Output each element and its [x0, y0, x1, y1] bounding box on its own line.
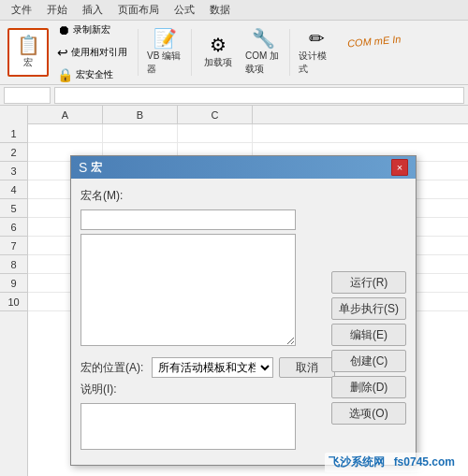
macro-name-input-row [80, 209, 406, 230]
create-button[interactable]: 创建(C) [331, 350, 406, 372]
row-header-3: 3 [0, 162, 27, 180]
macro-location-label: 宏的位置(A): [80, 360, 146, 376]
row-header-6: 6 [0, 218, 27, 237]
com-addins-button[interactable]: 🔧 COM 加载项 [242, 28, 284, 77]
row-header-10: 10 [0, 293, 27, 311]
dialog-title-bar: S 宏 × [71, 156, 416, 179]
tab-data[interactable]: 数据 [202, 1, 238, 19]
com-addins-icon: 🔧 [252, 29, 275, 48]
name-box[interactable] [4, 87, 51, 104]
cell-c1[interactable] [178, 124, 253, 142]
ribbon-tabs: 文件 开始 插入 页面布局 公式 数据 [0, 0, 468, 21]
run-button[interactable]: 运行(R) [331, 271, 406, 294]
row-header-5: 5 [0, 199, 27, 218]
step-into-button[interactable]: 单步执行(S) [331, 297, 406, 320]
macro-name-label: 宏名(M): [80, 188, 146, 204]
row-header-7: 7 [0, 237, 27, 255]
cancel-button[interactable]: 取消 [279, 357, 335, 378]
tab-insert[interactable]: 插入 [75, 1, 110, 19]
dialog-title-text: 宏 [91, 160, 391, 176]
edit-button[interactable]: 编辑(E) [331, 324, 406, 346]
addins-button[interactable]: ⚙ 加载项 [197, 28, 239, 77]
macro-security-label: 宏安全性 [76, 68, 113, 81]
record-macro-label: 录制新宏 [73, 23, 110, 36]
col-header-a: A [28, 106, 103, 123]
col-header-c: C [178, 106, 253, 123]
addins-label: 加载项 [204, 56, 232, 69]
macro-security-icon: 🔒 [57, 67, 73, 82]
row-header-9: 9 [0, 274, 27, 293]
row-header-8: 8 [0, 255, 27, 274]
macro-name-row: 宏名(M): [80, 188, 406, 204]
row-header-1: 1 [0, 124, 27, 143]
design-mode-label: 设计模式 [299, 50, 334, 76]
ribbon: 文件 开始 插入 页面布局 公式 数据 📋 宏 ⏺ 录制新宏 ↩ 使用相对引用 … [0, 0, 468, 85]
spreadsheet-area: 1 2 3 4 5 6 7 8 9 10 A B C [0, 85, 468, 476]
dialog-action-buttons: 运行(R) 单步执行(S) 编辑(E) 创建(C) 删除(D) 选项(O) [331, 271, 406, 425]
record-macro-button[interactable]: ⏺ 录制新宏 [52, 20, 132, 40]
separator-1 [138, 29, 139, 76]
vb-editor-button[interactable]: 📝 VB 编辑器 [144, 28, 185, 77]
formula-bar [0, 85, 468, 106]
tab-page-layout[interactable]: 页面布局 [110, 1, 167, 19]
dialog-body: 宏名(M): 宏的位置(A): 所有活动模板和文档 当前工作簿 所有打开的工作簿… [71, 179, 416, 465]
macro-listbox[interactable] [80, 234, 296, 346]
row-headers: 1 2 3 4 5 6 7 8 9 10 [0, 106, 28, 476]
description-input[interactable] [80, 403, 296, 450]
macro-small-buttons: ⏺ 录制新宏 ↩ 使用相对引用 🔒 宏安全性 [52, 24, 132, 80]
macro-location-select[interactable]: 所有活动模板和文档 当前工作簿 所有打开的工作簿 [152, 357, 273, 378]
cell-a1[interactable] [28, 124, 103, 142]
row-header-4: 4 [0, 180, 27, 199]
cell-b1[interactable] [103, 124, 178, 142]
macro-name-input[interactable] [80, 209, 296, 230]
tab-formula[interactable]: 公式 [167, 1, 202, 19]
options-button[interactable]: 选项(O) [331, 402, 406, 425]
formula-input[interactable] [54, 87, 464, 104]
macro-button[interactable]: 📋 宏 [7, 28, 49, 77]
use-relative-icon: ↩ [57, 45, 68, 60]
description-label: 说明(I): [80, 382, 146, 397]
macro-label: 宏 [23, 56, 33, 69]
macro-dialog: S 宏 × 宏名(M): 宏的位置(A): 所有活动模板和文档 当前工作簿 [70, 155, 417, 466]
addins-icon: ⚙ [210, 36, 227, 54]
tab-start[interactable]: 开始 [39, 1, 75, 19]
col-header-b: B [103, 106, 178, 123]
tab-file[interactable]: 文件 [4, 1, 39, 19]
separator-2 [191, 29, 192, 76]
dialog-title-icon: S [79, 160, 87, 175]
design-mode-button[interactable]: ✏ 设计模式 [296, 28, 337, 77]
design-mode-icon: ✏ [309, 29, 325, 48]
vb-editor-icon: 📝 [154, 29, 177, 48]
separator-3 [289, 29, 290, 76]
macro-security-button[interactable]: 🔒 宏安全性 [52, 65, 132, 85]
dialog-close-button[interactable]: × [391, 159, 408, 176]
record-macro-icon: ⏺ [57, 22, 70, 37]
row-header-2: 2 [0, 143, 27, 162]
vb-editor-label: VB 编辑器 [147, 50, 183, 76]
use-relative-label: 使用相对引用 [71, 46, 127, 59]
com-addins-label: COM 加载项 [245, 50, 281, 76]
use-relative-button[interactable]: ↩ 使用相对引用 [52, 42, 132, 63]
col-headers: A B C [28, 106, 468, 124]
ribbon-toolbar: 📋 宏 ⏺ 录制新宏 ↩ 使用相对引用 🔒 宏安全性 📝 VB 编辑器 ⚙ [0, 21, 468, 84]
macro-icon: 📋 [17, 36, 40, 54]
table-row [28, 124, 468, 143]
delete-button[interactable]: 删除(D) [331, 376, 406, 398]
